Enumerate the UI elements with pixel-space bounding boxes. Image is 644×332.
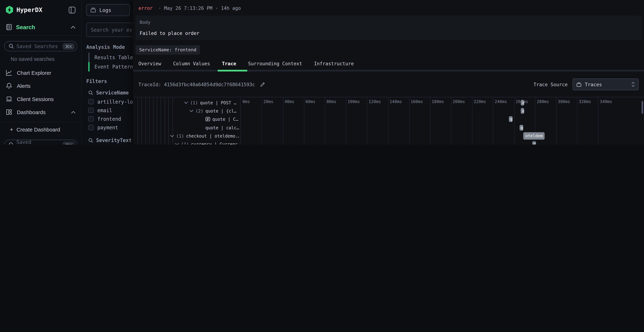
time-gridline xyxy=(514,97,514,144)
span-row-label[interactable]: (2)quote | {cl… xyxy=(189,107,239,115)
time-axis-tick: 120ms xyxy=(368,100,381,104)
sidebar-item-label: Alerts xyxy=(17,83,76,89)
time-gridline xyxy=(325,97,325,144)
chevron-down-icon[interactable] xyxy=(189,110,194,112)
span-duration-bar[interactable]: quote | POST … xyxy=(521,100,524,106)
child-count: (2) xyxy=(196,108,204,114)
create-dashboard-label: Create Dashboard xyxy=(16,126,60,132)
span-row-label[interactable]: (1)checkout | oteldemo.… xyxy=(170,132,239,140)
child-count: (1) xyxy=(190,100,198,105)
span-row-label[interactable]: (1)currency | Currenc… xyxy=(175,140,239,144)
sidebar-item-dashboards[interactable]: Dashboards xyxy=(0,106,82,118)
saved-dashboards-placeholder: Saved Dashboards xyxy=(16,139,60,144)
span-label-text: quote | calc… xyxy=(205,125,239,130)
severity-badge: error xyxy=(138,5,152,11)
create-dashboard-button[interactable]: + Create Dashboard xyxy=(0,122,82,134)
time-gridline xyxy=(283,97,283,144)
time-axis-tick: 160ms xyxy=(410,100,423,104)
span-label-text: currency | Currenc… xyxy=(191,142,239,144)
time-axis-tick: 220ms xyxy=(474,100,486,104)
source-selector-value: Logs xyxy=(100,7,111,13)
time-axis-tick: 180ms xyxy=(432,100,444,104)
checkbox[interactable] xyxy=(88,99,94,104)
span-row-label[interactable]: quote | C… xyxy=(205,115,239,124)
time-axis-tick: 340ms xyxy=(600,100,612,104)
saved-searches-placeholder: Saved Searches xyxy=(16,43,60,49)
tab-trace[interactable]: Trace xyxy=(222,61,236,66)
time-axis-tick: 20ms xyxy=(264,100,273,104)
body-label: Body xyxy=(140,20,638,25)
service-name-chip[interactable]: ServiceName: frontend xyxy=(136,45,200,55)
span-duration-bar[interactable]: currency | Currenc… xyxy=(532,141,536,144)
time-gridline xyxy=(346,97,346,144)
time-gridline xyxy=(598,97,598,144)
search-icon xyxy=(8,44,14,49)
time-gridline xyxy=(262,97,262,144)
tree-indent-guide xyxy=(165,97,165,144)
edit-pencil-icon[interactable] xyxy=(260,82,265,87)
span-row-label[interactable]: (1)quote | POST … xyxy=(184,98,239,107)
span-row-label[interactable]: quote | calc… xyxy=(205,124,239,132)
trace-source-select[interactable]: Traces xyxy=(572,78,639,90)
filter-option-label: payment xyxy=(97,125,118,130)
tab-infrastructure[interactable]: Infrastructure xyxy=(314,61,354,66)
span-duration-bar[interactable]: quote | C… xyxy=(509,116,512,122)
span-label-text: quote | {cl… xyxy=(205,108,236,114)
time-gridline xyxy=(556,97,556,144)
tab-column-values[interactable]: Column Values xyxy=(173,61,210,66)
sidebar-item-label: Client Sessions xyxy=(17,96,76,102)
tab-overview[interactable]: Overview xyxy=(138,61,161,66)
time-axis-tick: 300ms xyxy=(558,100,570,104)
tab-underline-track xyxy=(133,70,644,71)
bell-icon xyxy=(6,82,12,89)
search-icon xyxy=(88,138,94,143)
drawer-tabs: OverviewColumn ValuesTraceSurrounding Co… xyxy=(133,54,644,66)
sidebar-item-alerts[interactable]: Alerts xyxy=(0,79,82,92)
checkbox[interactable] xyxy=(88,125,94,130)
sidebar-item-client-sessions[interactable]: Client Sessions xyxy=(0,92,82,106)
time-gridline xyxy=(577,97,578,144)
tree-indent-guide xyxy=(149,97,149,144)
time-gridline xyxy=(430,97,430,144)
chevron-down-icon[interactable] xyxy=(175,143,179,144)
sidebar-section-search[interactable]: Search xyxy=(0,18,82,36)
collapse-sidebar-icon[interactable] xyxy=(68,6,76,14)
trace-meta-row: TraceId: 4156d3fbc40a64854d9dc7f68641593… xyxy=(133,71,644,90)
saved-dashboards-input[interactable]: Saved Dashboards ⌘K xyxy=(4,140,77,144)
tab-surrounding-context[interactable]: Surrounding Context xyxy=(248,61,302,66)
trace-source-label: Trace Source xyxy=(534,82,568,87)
no-saved-searches-text: No saved searches xyxy=(0,51,82,63)
event-search-placeholder: Search your ev xyxy=(91,27,132,32)
sidebar-item-chart-explorer[interactable]: Chart Explorer xyxy=(0,66,82,79)
tree-indent-guide xyxy=(168,97,169,144)
source-selector-button[interactable]: Logs xyxy=(86,4,130,16)
filter-option-label: email xyxy=(97,107,112,113)
event-header: error · May 26 7:13:26 PM · 14h ago xyxy=(133,0,644,11)
search-section-title: Search xyxy=(16,24,67,30)
sidebar-item-label: Chart Explorer xyxy=(17,70,76,76)
span-duration-bar[interactable]: quote | calc… xyxy=(520,125,523,130)
scrollbar-thumb[interactable] xyxy=(642,101,643,114)
body-value: Failed to place order xyxy=(140,30,638,36)
span-duration-bar[interactable]: oteldem xyxy=(523,132,544,140)
saved-searches-input[interactable]: Saved Searches ⌘K xyxy=(4,41,77,51)
time-axis-tick: 100ms xyxy=(348,100,360,104)
time-gridline xyxy=(304,97,304,144)
chevron-up-icon[interactable] xyxy=(71,26,76,28)
chevron-down-icon[interactable] xyxy=(184,102,188,104)
span-label-text: quote | POST … xyxy=(200,100,236,105)
time-gridline xyxy=(451,97,451,144)
app-title: HyperDX xyxy=(16,6,65,14)
plus-icon: + xyxy=(10,126,13,133)
sidebar: HyperDX Search Saved Searches ⌘K No save… xyxy=(0,0,82,144)
child-count: (1) xyxy=(176,134,184,138)
tree-indent-guide xyxy=(141,97,142,144)
span-duration-bar[interactable]: quote | {cl… xyxy=(521,108,524,114)
filter-option-label: artillery-loa xyxy=(97,99,136,104)
grid-icon xyxy=(6,109,12,116)
box-icon xyxy=(90,7,96,13)
chevron-down-icon[interactable] xyxy=(170,135,174,137)
time-axis-tick: 60ms xyxy=(306,100,316,104)
checkbox[interactable] xyxy=(88,116,94,122)
checkbox[interactable] xyxy=(88,108,94,113)
